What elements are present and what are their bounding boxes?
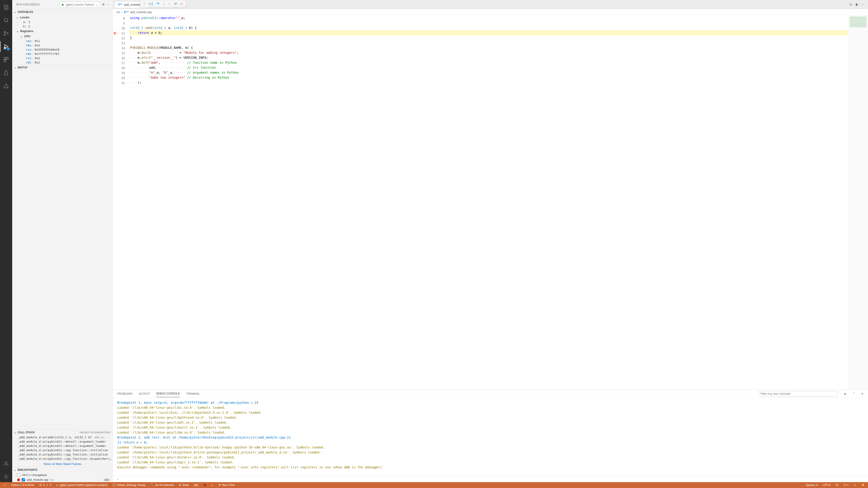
bp-checkbox[interactable] — [17, 474, 20, 477]
console-filter-input[interactable] — [758, 391, 838, 396]
chevron-down-icon: ⌄ — [14, 468, 16, 471]
register-row[interactable]: rcx: 0x5555555e8a18 — [12, 47, 113, 52]
tab-debug-console[interactable]: DEBUG CONSOLE — [156, 390, 180, 397]
chevron-right-icon: › — [122, 10, 123, 14]
breakpoints-section[interactable]: ⌄BREAKPOINTS — [12, 467, 113, 473]
encoding-status[interactable]: UTF-8 — [823, 484, 831, 487]
console-line: Loaded '/home/pieter/.local/bin/../lib/l… — [117, 410, 864, 415]
close-panel-icon[interactable]: ✕ — [861, 392, 864, 395]
debug-console-output[interactable]: Breakpoint 1, main (argc=2, argv=0x7ffff… — [113, 398, 868, 476]
bp-checkbox[interactable] — [22, 478, 25, 482]
panel: PROBLEMS OUTPUT DEBUG CONSOLE TERMINAL ≣… — [113, 390, 868, 482]
variable-row[interactable]: b: 2 — [12, 24, 113, 29]
feedback-icon[interactable]: ☺ — [854, 484, 857, 487]
tab-output[interactable]: OUTPUT — [139, 390, 150, 397]
python-interpreter[interactable]: Python 3.9.6 64-bit — [11, 484, 34, 487]
debug-console-input[interactable]: › — [113, 476, 868, 482]
svg-line-3 — [7, 21, 8, 22]
variable-row[interactable]: a: 1 — [12, 20, 113, 24]
cmake-status[interactable]: ⓘCMake: [Debug]: Ready — [113, 483, 146, 487]
status-bar: Python 3.9.6 64-bit ⓧ0 ⚠0 ▷(gdb) Launch … — [0, 482, 868, 488]
register-row[interactable]: rdx: 0x7fffffffcf67 — [12, 52, 113, 56]
cmake-icon[interactable] — [0, 80, 12, 91]
problems-status[interactable]: ⓧ0 ⚠0 — [39, 483, 51, 487]
gear-icon[interactable]: ⚙ — [102, 3, 105, 6]
continue-button[interactable]: ▷| — [149, 2, 153, 6]
launch-config-select[interactable]: ▶ (gdb) Launch Python ⌄ — [60, 2, 100, 7]
stack-frame[interactable]: _add_module_d.so!pybind11::detail::argum… — [12, 444, 113, 448]
show-more-frames[interactable]: Show 14 More Stack Frames — [12, 461, 113, 467]
chevron-down-icon: ⌄ — [16, 29, 19, 33]
run-debug-icon[interactable]: 1 — [0, 41, 12, 52]
kit-status[interactable]: 🔧No Kit Selected — [151, 484, 174, 487]
editor-area: C⁺⁺ add_module.cpp ⠿ ▷| ↷ ↓ ↑ ↺ □ ⇲ ◧ ⋯ … — [113, 0, 868, 482]
stack-frame[interactable]: _add_module_d.so!pybind11::detail::argum… — [12, 440, 113, 444]
console-line: Breakpoint 2, add (a=1, b=2) at /home/pi… — [117, 435, 864, 440]
compare-icon[interactable]: ⇲ — [849, 3, 852, 6]
spaces-status[interactable]: Spaces: 4 — [806, 484, 818, 487]
console-line: Loaded '/home/pieter/.local/lib/python3.… — [117, 445, 864, 450]
svg-rect-9 — [4, 57, 6, 59]
console-line: Breakpoint 1, main (argc=2, argv=0x7ffff… — [117, 400, 864, 405]
more-icon[interactable]: ⋯ — [862, 3, 865, 6]
tree-view-icon[interactable]: ≣ — [844, 392, 846, 395]
register-row[interactable]: rbx: 0x2 — [12, 43, 113, 47]
eol-status[interactable]: LF — [835, 484, 839, 487]
tab-problems[interactable]: PROBLEMS — [117, 390, 132, 397]
extensions-icon[interactable] — [0, 54, 12, 65]
launch-status[interactable]: ▷(gdb) Launch Python (pybind11-project) — [56, 484, 107, 487]
explorer-icon[interactable] — [0, 2, 12, 13]
minimap[interactable] — [848, 15, 868, 390]
breadcrumb[interactable]: src › C⁺⁺ add_module.cpp — [113, 9, 868, 15]
breakpoint-row[interactable]: add_module.cpp src 11 — [12, 477, 113, 482]
register-row[interactable]: rsi: 0x2 — [12, 56, 113, 60]
debug-launch-icon[interactable]: 🐞 — [203, 484, 206, 487]
remote-button[interactable] — [3, 484, 6, 487]
console-line: Loaded '/lib/x86_64-linux-gnu/libdl.so.2… — [117, 420, 864, 425]
register-row[interactable]: rax: 0x1 — [12, 39, 113, 43]
scm-icon[interactable] — [0, 28, 12, 39]
build-target[interactable]: [all] — [194, 484, 198, 487]
ctest-button[interactable]: ⚗Run CTest — [218, 484, 235, 487]
register-row[interactable]: rdi: 0x1 — [12, 60, 113, 65]
console-line: Loaded '/home/pieter/.local/lib/python3.… — [117, 450, 864, 455]
svg-rect-1 — [5, 6, 8, 10]
search-icon[interactable] — [0, 15, 12, 26]
cpu-group[interactable]: ⌄CPU — [12, 34, 113, 39]
tab-terminal[interactable]: TERMINAL — [186, 390, 200, 397]
restart-button[interactable]: ↺ — [174, 2, 177, 6]
locals-group[interactable]: ⌄Locals — [12, 15, 113, 20]
run-icon[interactable]: ▷ — [211, 484, 213, 487]
debug-toolbar[interactable]: ⠿ ▷| ↷ ↓ ↑ ↺ □ — [140, 0, 186, 7]
step-into-button[interactable]: ↓ — [163, 2, 165, 6]
svg-point-4 — [4, 31, 5, 33]
stack-frame[interactable]: _add_module_d.so!add(int32_t a, int32_t … — [12, 435, 113, 440]
collapse-panel-icon[interactable]: ⌃ — [852, 392, 855, 395]
testing-icon[interactable] — [0, 67, 12, 78]
stack-frame[interactable]: _add_module_d.so!pybind11::cpp_function:… — [12, 448, 113, 452]
bell-icon[interactable]: 🔔 — [862, 484, 865, 487]
code-editor[interactable]: using pybind11::operator""_a;int32_t add… — [129, 15, 848, 390]
watch-section[interactable]: ⌄WATCH — [12, 65, 113, 70]
grip-icon[interactable]: ⠿ — [143, 2, 146, 5]
cpp-file-icon: C⁺⁺ — [124, 11, 129, 14]
account-icon[interactable] — [0, 458, 12, 469]
console-line: Loaded '/lib/x86_64-linux-gnu/libutil.so… — [117, 425, 864, 430]
stack-frame[interactable]: _add_module_d.so!pybind11::cpp_function:… — [12, 457, 113, 461]
build-button[interactable]: ⚙Build — [179, 484, 189, 487]
stop-button[interactable]: □ — [180, 2, 183, 6]
registers-group[interactable]: ⌄Registers — [12, 29, 113, 34]
sidebar-title: RUN AND DEBUG — [16, 3, 40, 6]
breakpoint-all-cpp[interactable]: All C++ Exceptions — [12, 473, 113, 477]
settings-gear-icon[interactable] — [0, 471, 12, 482]
callstack-section[interactable]: ⌄CALL STACKPAUSED ON BREAKPOINT — [12, 430, 113, 435]
stack-frame[interactable]: _add_module_d.so!pybind11::cpp_function:… — [12, 452, 113, 457]
more-icon[interactable]: ⋯ — [107, 3, 110, 6]
svg-rect-11 — [4, 60, 6, 62]
step-over-button[interactable]: ↷ — [156, 2, 159, 6]
line-gutter[interactable]: 89101112131415161718192021 — [113, 15, 129, 390]
step-out-button[interactable]: ↑ — [168, 2, 170, 6]
language-status[interactable]: C++ — [844, 484, 849, 487]
variables-section[interactable]: ⌄VARIABLES — [12, 9, 113, 15]
split-editor-icon[interactable]: ◧ — [856, 3, 858, 6]
